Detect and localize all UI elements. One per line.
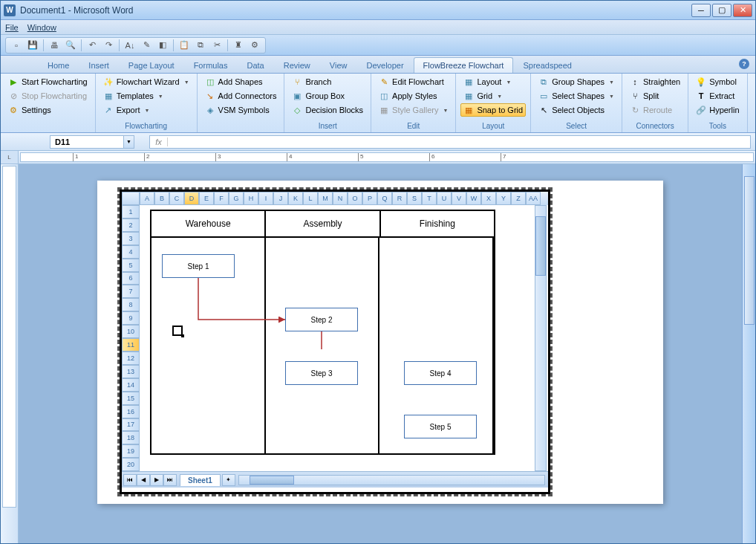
row-18[interactable]: 18 <box>122 431 140 444</box>
step3-box[interactable]: Step 3 <box>285 361 358 385</box>
menu-window[interactable]: Window <box>27 23 56 32</box>
row-9[interactable]: 9 <box>122 311 140 325</box>
close-button[interactable]: ✕ <box>733 4 752 17</box>
col-Q[interactable]: Q <box>377 192 392 205</box>
print-icon[interactable]: 🖶 <box>48 39 60 51</box>
col-Y[interactable]: Y <box>496 192 511 205</box>
col-M[interactable]: M <box>318 192 333 205</box>
flowchart-wizard-button[interactable]: ✨Flowchart Wizard▼ <box>100 75 192 88</box>
extract-button[interactable]: TExtract <box>693 89 742 103</box>
undo-icon[interactable]: ↶ <box>86 39 98 51</box>
add-shapes-button[interactable]: ◫Add Shapes <box>202 75 280 88</box>
minimize-button[interactable]: ─ <box>691 4 711 17</box>
branch-button[interactable]: ⑂Branch <box>289 75 366 88</box>
step1-box[interactable]: Step 1 <box>162 254 235 278</box>
row-11[interactable]: 11 <box>122 338 140 352</box>
row-6[interactable]: 6 <box>122 272 140 285</box>
tab-insert[interactable]: Insert <box>79 57 119 73</box>
sort-icon[interactable]: A↓ <box>124 39 136 51</box>
reroute-button[interactable]: ↻Reroute <box>627 103 683 117</box>
tab-data[interactable]: Data <box>237 57 273 73</box>
sheet-nav-first[interactable]: ⏮ <box>123 474 137 486</box>
select-all-corner[interactable] <box>122 192 140 205</box>
tab-home[interactable]: Home <box>38 57 79 73</box>
new-sheet-button[interactable]: ✦ <box>222 474 235 486</box>
row-17[interactable]: 17 <box>122 418 140 432</box>
tab-developer[interactable]: Developer <box>356 57 413 73</box>
col-J[interactable]: J <box>273 192 288 205</box>
group-box-button[interactable]: ▣Group Box <box>289 89 366 103</box>
maximize-button[interactable]: ▢ <box>712 4 731 17</box>
col-AA[interactable]: AA <box>526 192 541 205</box>
col-I[interactable]: I <box>258 192 273 205</box>
group-shapes-button[interactable]: ⧉Group Shapes▼ <box>535 75 617 88</box>
save-icon[interactable]: 💾 <box>27 39 39 51</box>
settings-button[interactable]: ⚙Settings <box>5 103 91 117</box>
col-N[interactable]: N <box>333 192 348 205</box>
col-R[interactable]: R <box>392 192 407 205</box>
tab-formulas[interactable]: Formulas <box>184 57 238 73</box>
tab-flowbreeze[interactable]: FlowBreeze Flowchart <box>414 57 514 73</box>
style-gallery-button[interactable]: ▦Style Gallery▼ <box>376 103 451 117</box>
col-A[interactable]: A <box>140 192 154 205</box>
row-19[interactable]: 19 <box>122 444 140 458</box>
clear-icon[interactable]: ✎ <box>140 39 152 51</box>
sheet-nav-prev[interactable]: ◀ <box>137 474 150 486</box>
row-12[interactable]: 12 <box>122 352 140 365</box>
col-G[interactable]: G <box>229 192 244 205</box>
templates-button[interactable]: ▦Templates▼ <box>100 89 192 103</box>
col-L[interactable]: L <box>303 192 318 205</box>
row-10[interactable]: 10 <box>122 325 140 338</box>
cut-icon[interactable]: ✂ <box>211 39 223 51</box>
select-objects-button[interactable]: ↖Select Objects <box>535 103 617 117</box>
row-2[interactable]: 2 <box>122 218 140 232</box>
col-B[interactable]: B <box>154 192 169 205</box>
symbol-button[interactable]: 💡Symbol <box>693 75 742 88</box>
tab-view[interactable]: View <box>320 57 357 73</box>
export-button[interactable]: ↗Export▼ <box>100 103 192 117</box>
preview-icon[interactable]: 🔍 <box>65 39 76 51</box>
col-S[interactable]: S <box>407 192 422 205</box>
sheet-nav-next[interactable]: ▶ <box>150 474 163 486</box>
row-7[interactable]: 7 <box>122 285 140 298</box>
step2-box[interactable]: Step 2 <box>285 308 358 331</box>
sheet-tab[interactable]: Sheet1 <box>180 474 221 486</box>
col-Z[interactable]: Z <box>511 192 526 205</box>
start-flowcharting-button[interactable]: ▶Start Flowcharting <box>5 75 91 88</box>
row-4[interactable]: 4 <box>122 245 140 259</box>
row-3[interactable]: 3 <box>122 232 140 245</box>
menu-file[interactable]: File <box>5 23 19 32</box>
col-D[interactable]: D <box>184 192 199 205</box>
split-button[interactable]: ⑂Split <box>627 89 683 103</box>
col-F[interactable]: F <box>214 192 229 205</box>
row-5[interactable]: 5 <box>122 259 140 272</box>
cell-reference[interactable]: D11 <box>50 135 124 149</box>
help-icon[interactable]: ? <box>739 59 749 69</box>
hyperlink-button[interactable]: 🔗Hyperlin <box>693 103 742 117</box>
gear-icon[interactable]: ⚙ <box>249 39 261 51</box>
apply-styles-button[interactable]: ◫Apply Styles <box>376 89 451 103</box>
col-O[interactable]: O <box>348 192 362 205</box>
col-T[interactable]: T <box>422 192 437 205</box>
org-icon[interactable]: ♜ <box>232 39 244 51</box>
col-X[interactable]: X <box>481 192 496 205</box>
paste-icon[interactable]: 📋 <box>178 39 190 51</box>
format-icon[interactable]: ◧ <box>157 39 169 51</box>
cell-ref-dropdown[interactable]: ▼ <box>124 135 134 149</box>
grid-button[interactable]: ▦Grid▼ <box>460 89 526 103</box>
add-connectors-button[interactable]: ↘Add Connectors <box>202 89 280 103</box>
row-20[interactable]: 20 <box>122 458 140 471</box>
tab-review[interactable]: Review <box>274 57 320 73</box>
snap-to-grid-button[interactable]: ▦Snap to Grid <box>460 103 526 117</box>
row-15[interactable]: 15 <box>122 392 140 405</box>
vsm-symbols-button[interactable]: ◈VSM Symbols <box>202 103 280 117</box>
tab-spreadspeed[interactable]: Spreadspeed <box>513 57 581 73</box>
row-8[interactable]: 8 <box>122 298 140 311</box>
edit-flowchart-button[interactable]: ✎Edit Flowchart <box>376 75 451 88</box>
new-icon[interactable]: ▫ <box>10 39 22 51</box>
col-V[interactable]: V <box>452 192 466 205</box>
step4-box[interactable]: Step 4 <box>404 361 477 385</box>
col-P[interactable]: P <box>362 192 377 205</box>
embed-vscrollbar[interactable] <box>535 205 547 471</box>
col-C[interactable]: C <box>169 192 184 205</box>
